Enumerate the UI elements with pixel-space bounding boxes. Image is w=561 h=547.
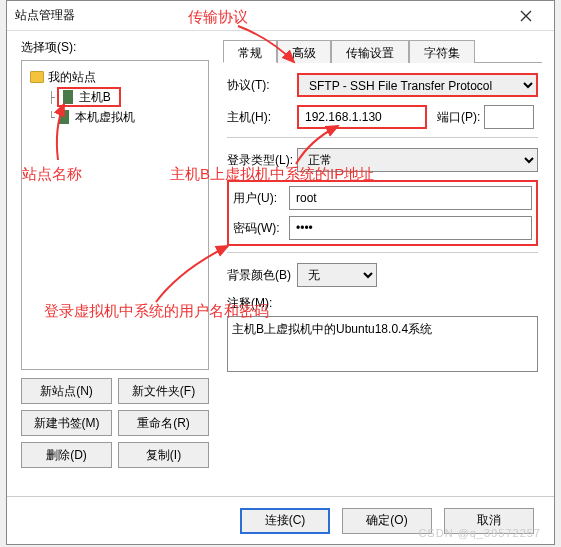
close-button[interactable] bbox=[506, 2, 546, 30]
rename-button[interactable]: 重命名(R) bbox=[118, 410, 209, 436]
tree-item-label: 主机B bbox=[79, 89, 111, 106]
general-form: 协议(T): SFTP - SSH File Transfer Protocol… bbox=[223, 63, 542, 375]
host-input[interactable] bbox=[297, 105, 427, 129]
window-title: 站点管理器 bbox=[15, 7, 506, 24]
notes-textarea[interactable] bbox=[227, 316, 538, 372]
server-icon bbox=[63, 90, 73, 104]
protocol-select[interactable]: SFTP - SSH File Transfer Protocol bbox=[297, 73, 538, 97]
bg-color-select[interactable]: 无 bbox=[297, 263, 377, 287]
tab-advanced[interactable]: 高级 bbox=[277, 40, 331, 63]
tree-item-local-vm[interactable]: └ 本机虚拟机 bbox=[26, 107, 204, 127]
delete-button[interactable]: 删除(D) bbox=[21, 442, 112, 468]
connect-button[interactable]: 连接(C) bbox=[240, 508, 330, 534]
tree-root-label: 我的站点 bbox=[48, 69, 96, 86]
close-icon bbox=[520, 10, 532, 22]
protocol-label: 协议(T): bbox=[227, 77, 297, 94]
tree-connector-icon: ├ bbox=[48, 91, 55, 104]
divider bbox=[227, 137, 538, 138]
divider bbox=[227, 252, 538, 253]
password-label: 密码(W): bbox=[233, 220, 289, 237]
tab-charset[interactable]: 字符集 bbox=[409, 40, 475, 63]
credentials-group: 用户(U): 密码(W): bbox=[227, 180, 538, 246]
tab-transfer-settings[interactable]: 传输设置 bbox=[331, 40, 409, 63]
tab-bar: 常规 高级 传输设置 字符集 bbox=[223, 39, 542, 63]
copy-button[interactable]: 复制(I) bbox=[118, 442, 209, 468]
select-entry-label: 选择项(S): bbox=[21, 39, 209, 56]
new-folder-button[interactable]: 新文件夹(F) bbox=[118, 378, 209, 404]
site-manager-window: 站点管理器 选择项(S): 我的站点 ├ 主机B bbox=[6, 0, 555, 545]
notes-label: 注释(M): bbox=[227, 295, 272, 312]
password-input[interactable] bbox=[289, 216, 532, 240]
server-icon bbox=[59, 110, 69, 124]
login-type-select[interactable]: 正常 bbox=[297, 148, 538, 172]
tree-item-host-b[interactable]: ├ 主机B bbox=[26, 87, 204, 107]
watermark-text: CSDN @q_39572257 bbox=[418, 527, 541, 539]
right-panel: 常规 高级 传输设置 字符集 协议(T): SFTP - SSH File Tr… bbox=[209, 39, 542, 496]
new-site-button[interactable]: 新站点(N) bbox=[21, 378, 112, 404]
new-bookmark-button[interactable]: 新建书签(M) bbox=[21, 410, 112, 436]
port-input[interactable] bbox=[484, 105, 534, 129]
tree-connector-icon: └ bbox=[48, 111, 55, 124]
site-action-buttons: 新站点(N) 新文件夹(F) 新建书签(M) 重命名(R) 删除(D) 复制(I… bbox=[21, 378, 209, 468]
tree-item-label: 本机虚拟机 bbox=[75, 109, 135, 126]
port-label: 端口(P): bbox=[437, 109, 480, 126]
site-tree[interactable]: 我的站点 ├ 主机B └ 本机虚拟机 bbox=[21, 60, 209, 370]
left-panel: 选择项(S): 我的站点 ├ 主机B └ bbox=[21, 39, 209, 496]
tab-general[interactable]: 常规 bbox=[223, 40, 277, 63]
tree-root[interactable]: 我的站点 bbox=[26, 67, 204, 87]
login-type-label: 登录类型(L): bbox=[227, 152, 297, 169]
host-label: 主机(H): bbox=[227, 109, 297, 126]
user-label: 用户(U): bbox=[233, 190, 289, 207]
title-bar: 站点管理器 bbox=[7, 1, 554, 31]
bg-color-label: 背景颜色(B) bbox=[227, 267, 297, 284]
folder-icon bbox=[30, 71, 44, 83]
user-input[interactable] bbox=[289, 186, 532, 210]
